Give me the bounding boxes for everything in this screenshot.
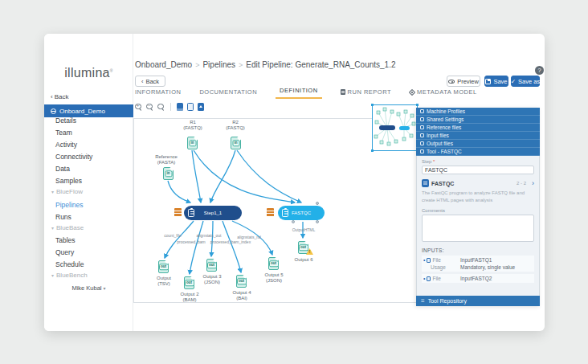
- screen: illumina® ‹Back Onboard_Demo Details Tea…: [0, 0, 588, 364]
- breadcrumb-separator: >: [195, 61, 199, 69]
- reference-files-icon: [420, 125, 424, 129]
- input-files-icon: [420, 133, 424, 137]
- breadcrumb-project[interactable]: Onboard_Demo: [135, 60, 192, 69]
- accordion-shared-settings[interactable]: Shared Settings: [416, 116, 540, 124]
- machine-profile-icon[interactable]: [267, 208, 274, 217]
- project-icon: [51, 108, 56, 114]
- connection-port[interactable]: [292, 220, 295, 223]
- sidebar-item-samples[interactable]: Samples: [55, 177, 82, 185]
- tab-run-report[interactable]: RUN REPORT: [341, 88, 391, 99]
- edge-label: processed_bam_index: [210, 239, 251, 244]
- caret-down-icon: ▾: [104, 286, 106, 291]
- sidebar-item-query[interactable]: Query: [55, 248, 74, 256]
- out-badge: out: [299, 244, 308, 251]
- sidebar-item-schedule[interactable]: Schedule: [55, 260, 84, 268]
- sidebar-section-blueflow[interactable]: ▾BlueFlow: [51, 188, 83, 195]
- report-icon: [341, 89, 345, 95]
- accordion-reference-files[interactable]: Reference files: [416, 124, 540, 132]
- sidebar-item-team[interactable]: Team: [55, 129, 72, 137]
- accordion-input-files[interactable]: Input files: [416, 132, 540, 140]
- tab-definition[interactable]: DEFINITION: [276, 87, 322, 99]
- sidebar-item-project[interactable]: Onboard_Demo: [44, 104, 133, 117]
- comments-textarea[interactable]: [422, 215, 534, 242]
- tab-documentation[interactable]: DOCUMENTATION: [199, 88, 257, 99]
- sidebar-item-pipelines[interactable]: Pipelines: [55, 201, 84, 209]
- minimap-graph: [373, 105, 417, 150]
- zoom-out-icon[interactable]: −: [146, 104, 153, 111]
- tool-description: The FastQC program to analyze FASTQ file…: [422, 190, 534, 203]
- node-label: R2(FASTQ): [214, 120, 256, 131]
- sidebar-item-activity[interactable]: Activity: [55, 141, 77, 149]
- tool-name: FASTQC: [431, 181, 514, 186]
- output-file-node-3[interactable]: out: [206, 259, 217, 272]
- in-badge: in: [165, 170, 172, 177]
- logo-text: illumina: [64, 66, 110, 80]
- sidebar-item-tables[interactable]: Tables: [55, 236, 76, 244]
- input-row[interactable]: •File InputFASTQ1 Usage Mandatory, singl…: [422, 256, 534, 272]
- input-file-node-r1[interactable]: in: [187, 137, 198, 149]
- output-file-node-1[interactable]: out: [158, 260, 169, 273]
- input-row[interactable]: •File InputFASTQ2: [422, 274, 534, 283]
- chevron-right-icon[interactable]: ›: [532, 179, 534, 187]
- import-icon[interactable]: [198, 103, 204, 111]
- node-label: Output 5(JSON): [253, 272, 295, 284]
- sidebar-item-data[interactable]: Data: [55, 165, 70, 173]
- accordion-output-files[interactable]: Output files: [416, 140, 540, 148]
- sidebar-back-link[interactable]: ‹Back: [51, 93, 68, 100]
- hamburger-icon: ≡: [421, 297, 425, 305]
- back-button[interactable]: ‹Back: [135, 76, 165, 87]
- machine-profile-icon[interactable]: [174, 208, 182, 217]
- edge-label: alignstats_out: [197, 233, 222, 238]
- edge-label: OutputHTML: [292, 227, 316, 232]
- comments-label: Comments: [422, 208, 534, 213]
- sidebar-item-connectivity[interactable]: Connectivity: [55, 153, 92, 161]
- breadcrumb-current: Edit Pipeline: Generate_RNA_Counts_1.2: [246, 60, 395, 69]
- node-label: Output 6: [283, 257, 325, 263]
- file-icon: [427, 276, 431, 281]
- step-name-input[interactable]: FASTQC: [422, 166, 534, 174]
- eye-icon: [448, 80, 455, 84]
- tab-information[interactable]: INFORMATION: [135, 88, 181, 99]
- output-file-node-4[interactable]: out: [236, 275, 247, 288]
- caret-down-icon: ▾: [51, 189, 54, 194]
- output-file-node-5[interactable]: out: [268, 257, 279, 270]
- minimap-handle[interactable]: [416, 104, 419, 106]
- minimap[interactable]: [372, 104, 418, 151]
- edge-label: processed_bam: [177, 239, 206, 244]
- save-as-button[interactable]: ✓Save as: [511, 76, 540, 87]
- save-button[interactable]: Save: [484, 76, 508, 87]
- step-node-step1-1[interactable]: Step1_1: [184, 206, 242, 220]
- connection-port[interactable]: [316, 220, 319, 223]
- output-file-node-6[interactable]: out: [298, 241, 308, 254]
- copy-icon[interactable]: [187, 103, 194, 111]
- connection-port[interactable]: [316, 202, 319, 205]
- tab-metadata-model[interactable]: METADATA MODEL: [410, 88, 477, 99]
- tool-clipboard-icon: [282, 209, 288, 217]
- help-icon[interactable]: ?: [535, 66, 544, 75]
- tool-card[interactable]: FASTQC 2 - 2 ›: [422, 179, 534, 187]
- input-file-node-reference[interactable]: in: [163, 167, 174, 180]
- user-menu[interactable]: Mike Kubal ▾: [44, 284, 133, 292]
- preview-button[interactable]: Preview: [447, 76, 480, 87]
- accordion-tool-fastqc[interactable]: Tool - FASTQC: [416, 148, 540, 156]
- zoom-reset-icon[interactable]: [157, 104, 165, 111]
- zoom-in-icon[interactable]: +: [135, 104, 142, 111]
- panel-body: Step * FASTQC FASTQC 2 - 2 › The FastQC …: [416, 156, 540, 296]
- minimap-handle[interactable]: [371, 104, 374, 106]
- step-node-fastqc[interactable]: FASTQC: [278, 206, 325, 220]
- sidebar-item-runs[interactable]: Runs: [55, 213, 71, 221]
- sidebar-section-bluebench[interactable]: ▾BlueBench: [51, 272, 88, 279]
- sidebar-section-bluebase[interactable]: ▾BlueBase: [51, 224, 84, 231]
- clipboard-icon[interactable]: [177, 103, 183, 111]
- tool-repository-bar[interactable]: ≡Tool Repository: [416, 296, 540, 306]
- back-chevron-icon: ‹: [51, 93, 53, 100]
- toolbar-divider: [170, 103, 171, 111]
- input-file-node-r2[interactable]: in: [231, 137, 241, 149]
- node-label: Output 2(BAM): [169, 292, 210, 303]
- minimap-handle[interactable]: [371, 149, 374, 152]
- node-label: Output 4(BAI): [221, 290, 263, 301]
- sidebar-item-details[interactable]: Details: [55, 117, 76, 125]
- required-asterisk: *: [433, 159, 435, 164]
- breadcrumb-pipelines[interactable]: Pipelines: [202, 60, 235, 69]
- accordion-machine-profiles[interactable]: Machine Profiles: [416, 108, 540, 116]
